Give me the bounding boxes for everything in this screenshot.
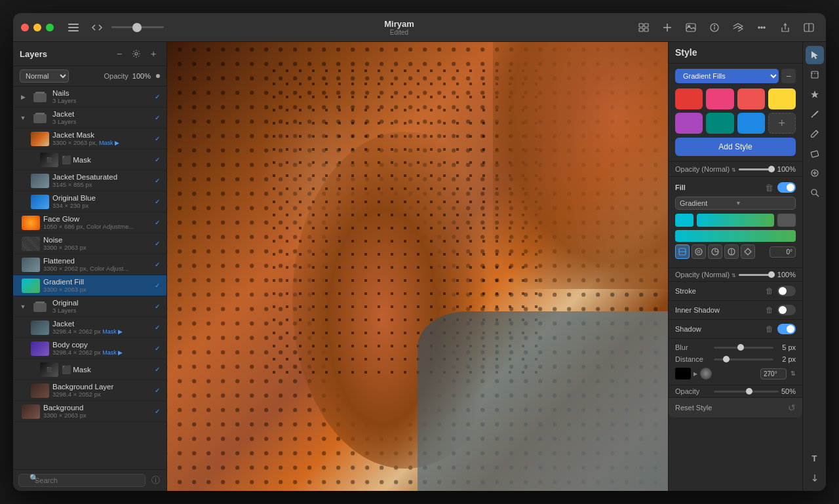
fill-delete-button[interactable]: 🗑	[765, 183, 773, 193]
layer-item[interactable]: ⬛ ⬛ Mask ✓	[13, 149, 166, 170]
add-style-button[interactable]: Add Style	[675, 138, 796, 156]
sidebar-toggle-button[interactable]	[64, 18, 83, 37]
help-button[interactable]: ⓘ	[149, 475, 161, 486]
layers-minus-button[interactable]: −	[113, 47, 126, 60]
expand-button[interactable]: ▶	[18, 92, 28, 102]
tool-cursor-button[interactable]	[806, 46, 824, 64]
tool-pen-button[interactable]	[806, 105, 824, 123]
layer-item[interactable]: Jacket Mask 3300 × 2063 px, Mask ▶ ✓	[13, 128, 166, 149]
gradient-fills-remove-button[interactable]: −	[781, 69, 796, 83]
layer-item[interactable]: Background 3300 × 2063 px ✓	[13, 401, 166, 422]
reset-style-button[interactable]: Reset Style ↺	[669, 398, 802, 417]
layer-item[interactable]: Original Blue 334 × 230 px ✓	[13, 191, 166, 212]
gradient-end-color[interactable]	[777, 214, 796, 227]
visibility-toggle[interactable]: ✓	[152, 364, 163, 375]
layer-item[interactable]: ▼ Original 3 Layers ✓	[13, 296, 166, 317]
split-view-button[interactable]	[800, 18, 818, 37]
color-swatch[interactable]	[706, 113, 733, 134]
layers-settings-button[interactable]	[130, 47, 143, 60]
gradient-reflected-button[interactable]	[724, 244, 739, 259]
gradient-angle-input[interactable]	[770, 246, 796, 258]
shadow-angle-input[interactable]	[760, 368, 787, 379]
stroke-delete-button[interactable]: 🗑	[766, 286, 773, 296]
gradient-diamond-button[interactable]	[741, 244, 755, 259]
canvas-area[interactable]	[167, 42, 668, 491]
color-swatch[interactable]	[675, 88, 703, 109]
visibility-toggle[interactable]: ✓	[152, 134, 163, 144]
visibility-toggle[interactable]: ✓	[152, 113, 163, 123]
visibility-toggle[interactable]: ✓	[152, 239, 163, 249]
layer-item[interactable]: Gradient Fill 3300 × 2063 px ✓	[13, 275, 166, 296]
view-mode-button[interactable]	[634, 18, 653, 37]
add-color-swatch-button[interactable]: +	[768, 113, 796, 134]
visibility-toggle[interactable]: ✓	[152, 155, 163, 165]
shadow-opacity-slider[interactable]	[714, 391, 779, 393]
inner-shadow-delete-button[interactable]: 🗑	[766, 305, 773, 315]
style-opacity-slider[interactable]	[739, 168, 775, 170]
color-swatch[interactable]	[737, 88, 765, 109]
layer-item[interactable]: ▼ Jacket 3 Layers ✓	[13, 107, 166, 128]
layer-item[interactable]: Face Glow 1050 × 686 px, Color Adjustme.…	[13, 212, 166, 233]
color-swatch[interactable]	[675, 113, 703, 134]
expand-button[interactable]: ▼	[18, 302, 28, 311]
layer-item[interactable]: Jacket 3298.4 × 2062 px Mask ▶ ✓	[13, 317, 166, 338]
zoom-slider[interactable]	[111, 26, 164, 28]
info-button[interactable]	[705, 18, 724, 37]
visibility-toggle[interactable]: ✓	[152, 197, 163, 207]
fullscreen-button[interactable]	[46, 24, 54, 31]
color-swatch[interactable]	[768, 88, 796, 109]
visibility-toggle[interactable]: ✓	[152, 301, 163, 312]
tool-eraser-button[interactable]	[806, 144, 824, 163]
code-view-button[interactable]	[88, 18, 106, 37]
gradient-fills-select[interactable]: Gradient Fills	[675, 69, 779, 83]
shadow-toggle[interactable]	[777, 324, 796, 334]
gradient-radial-button[interactable]	[692, 244, 706, 259]
fill-type-dropdown[interactable]: Gradient ▼	[675, 197, 796, 210]
visibility-toggle[interactable]: ✓	[152, 218, 163, 228]
layer-item[interactable]: Noise 3300 × 2063 px ✓	[13, 233, 166, 254]
visibility-toggle[interactable]: ✓	[152, 92, 163, 102]
shadow-color-swatch[interactable]	[675, 368, 691, 379]
fill-toggle[interactable]	[777, 182, 796, 193]
tool-crop-button[interactable]	[806, 66, 824, 84]
more-options-button[interactable]	[752, 18, 771, 37]
distance-slider[interactable]	[714, 359, 773, 360]
visibility-toggle[interactable]: ✓	[152, 385, 163, 396]
visibility-toggle[interactable]: ✓	[152, 260, 163, 270]
fill-opacity-slider[interactable]	[739, 274, 775, 276]
opacity-handle[interactable]	[156, 74, 160, 78]
tool-zoom-button[interactable]	[806, 184, 824, 202]
expand-button[interactable]: ▼	[18, 113, 28, 123]
minimize-button[interactable]	[33, 24, 41, 31]
layers-plus-button[interactable]: +	[147, 47, 160, 60]
gradient-bar[interactable]	[697, 214, 774, 227]
gradient-start-color[interactable]	[675, 214, 693, 227]
blend-mode-select[interactable]: Normal Multiply Screen Overlay	[20, 69, 69, 83]
layer-item[interactable]: Body copy 3298.4 × 2062 px Mask ▶ ✓	[13, 338, 166, 359]
zoom-slider-handle[interactable]	[132, 23, 142, 32]
visibility-toggle[interactable]: ✓	[152, 176, 163, 186]
layer-item[interactable]: Flattened 3300 × 2062 px, Color Adjust..…	[13, 254, 166, 275]
shadow-angle-arrows-icon[interactable]: ⇅	[790, 370, 796, 377]
blur-slider[interactable]	[714, 347, 773, 349]
tool-star-button[interactable]	[806, 85, 824, 104]
tool-brush-button[interactable]	[806, 125, 824, 143]
gradient-linear-button[interactable]	[675, 244, 690, 259]
image-button[interactable]	[682, 18, 700, 37]
inner-shadow-toggle[interactable]	[777, 305, 796, 315]
layers-button[interactable]	[729, 18, 747, 37]
visibility-toggle[interactable]: ✓	[152, 281, 163, 291]
stroke-toggle[interactable]	[777, 286, 796, 296]
visibility-toggle[interactable]: ✓	[152, 322, 163, 333]
layer-item[interactable]: Background Layer 3298.4 × 2052 px ✓	[13, 380, 166, 401]
shadow-opacity-circle[interactable]	[700, 368, 712, 379]
color-swatch[interactable]	[737, 113, 765, 134]
close-button[interactable]	[21, 24, 29, 31]
layer-item[interactable]: ⬛ ⬛ Mask ✓	[13, 359, 166, 380]
layer-item[interactable]: ▶ Nails 3 Layers ✓	[13, 87, 166, 107]
visibility-toggle[interactable]: ✓	[152, 343, 163, 354]
tool-type-button[interactable]: T	[806, 449, 824, 467]
shadow-delete-button[interactable]: 🗑	[766, 324, 773, 334]
tool-down-arrow-button[interactable]	[806, 469, 824, 487]
color-swatch[interactable]	[706, 88, 733, 109]
